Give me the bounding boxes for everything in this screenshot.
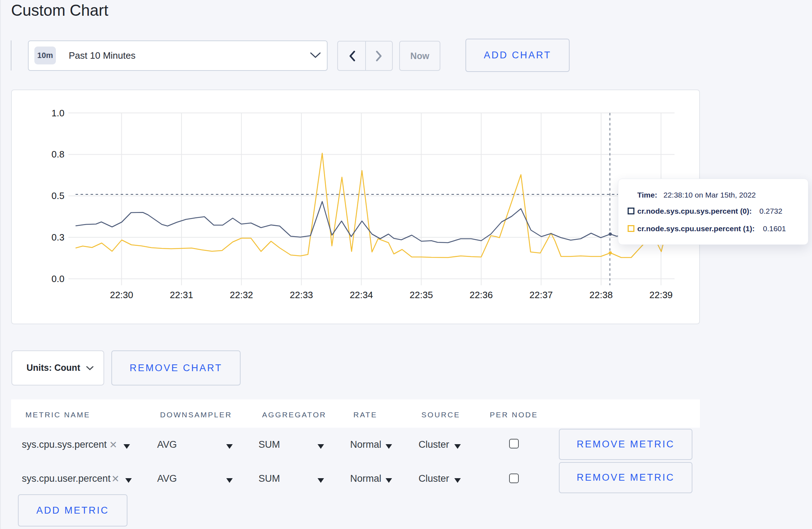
svg-text:22:31: 22:31	[170, 290, 193, 300]
svg-text:22:34: 22:34	[350, 290, 373, 300]
svg-text:22:36: 22:36	[469, 290, 493, 300]
svg-text:0.8: 0.8	[52, 149, 64, 160]
svg-text:0.3: 0.3	[52, 232, 64, 243]
svg-text:22:39: 22:39	[649, 290, 673, 300]
svg-text:0.0: 0.0	[52, 273, 64, 284]
svg-text:0.5: 0.5	[52, 190, 64, 201]
svg-text:22:33: 22:33	[290, 290, 313, 300]
svg-text:22:30: 22:30	[110, 290, 133, 300]
svg-text:22:32: 22:32	[230, 290, 253, 300]
svg-text:1.0: 1.0	[52, 108, 64, 118]
svg-text:22:38: 22:38	[589, 290, 613, 300]
svg-text:22:35: 22:35	[410, 290, 433, 300]
svg-text:22:37: 22:37	[530, 290, 553, 300]
